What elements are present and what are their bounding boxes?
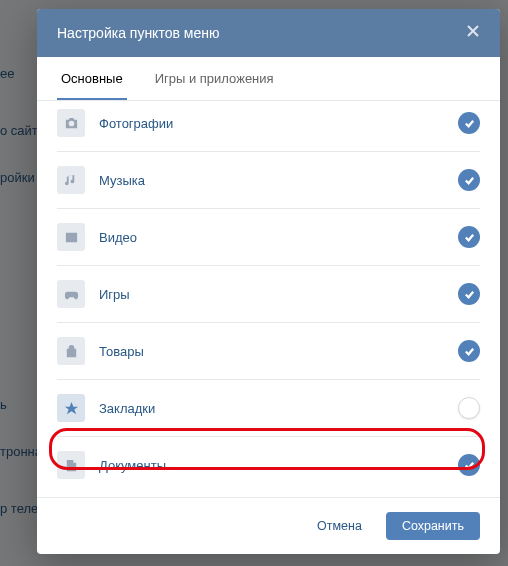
menu-item-label: Товары [99,344,458,359]
menu-item-label: Закладки [99,401,458,416]
tab-main[interactable]: Основные [57,57,127,100]
document-icon [57,451,85,479]
gamepad-icon [57,280,85,308]
tabs: Основные Игры и приложения [37,57,500,101]
menu-item-games: Игры [57,265,480,322]
menu-item-bookmarks: Закладки [57,379,480,436]
toggle-button[interactable] [458,112,480,134]
bag-icon [57,337,85,365]
toggle-button[interactable] [458,283,480,305]
modal-header: Настройка пунктов меню [37,9,500,57]
menu-item-label: Музыка [99,173,458,188]
modal-footer: Отмена Сохранить [37,497,500,554]
close-icon[interactable] [466,24,480,42]
music-icon [57,166,85,194]
menu-item-goods: Товары [57,322,480,379]
toggle-button[interactable] [458,340,480,362]
save-button[interactable]: Сохранить [386,512,480,540]
cancel-button[interactable]: Отмена [301,512,378,540]
menu-item-label: Игры [99,287,458,302]
menu-item-video: Видео [57,208,480,265]
modal-title: Настройка пунктов меню [57,25,219,41]
menu-item-label: Документы [99,458,458,473]
menu-items-list[interactable]: Фотографии Музыка Видео Игры Товары Закл… [37,101,500,497]
toggle-button[interactable] [458,226,480,248]
menu-item-music: Музыка [57,151,480,208]
toggle-button[interactable] [458,169,480,191]
toggle-button[interactable] [458,454,480,476]
toggle-button[interactable] [458,397,480,419]
menu-item-photos: Фотографии [57,101,480,151]
menu-item-label: Фотографии [99,116,458,131]
tab-games-apps[interactable]: Игры и приложения [151,57,278,100]
menu-item-documents: Документы [57,436,480,493]
menu-settings-modal: Настройка пунктов меню Основные Игры и п… [37,9,500,554]
star-icon [57,394,85,422]
menu-item-label: Видео [99,230,458,245]
video-icon [57,223,85,251]
camera-icon [57,109,85,137]
